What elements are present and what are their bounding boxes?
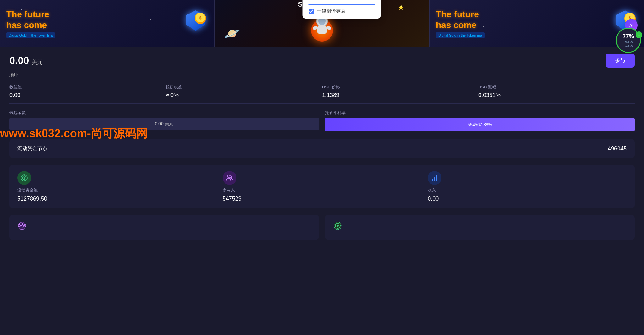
search-bar-decoration bbox=[309, 3, 375, 5]
mining-bar-fill: 554567.88% bbox=[325, 118, 635, 131]
pool-label: 流动资金池 bbox=[17, 187, 216, 193]
upload-speed: 0.3K/s bbox=[625, 40, 634, 43]
svg-rect-24 bbox=[434, 177, 435, 181]
stats-grid: 收益池 0.00 挖矿收益 ≈ 0% USD 价格 1.1389 USD 涨幅 … bbox=[9, 84, 635, 104]
income-icon bbox=[428, 171, 441, 185]
speed-percent: 77% bbox=[623, 33, 634, 40]
bottom-card-right bbox=[325, 215, 635, 240]
participants-label: 参与人 bbox=[223, 187, 422, 193]
income-label: 收入 bbox=[428, 187, 627, 193]
add-button[interactable]: + bbox=[636, 31, 642, 38]
banner-title-1: The future has come bbox=[6, 9, 55, 30]
liquidity-title: 流动资金节点 bbox=[17, 145, 47, 152]
stat-usd-change-value: 0.0351% bbox=[478, 92, 628, 99]
cards-grid: 流动资金池 5127869.50 参与人 547529 bbox=[17, 171, 627, 202]
wallet-mining-section: 钱包余额 0.00 美元 挖矿年利率 554567.88% bbox=[9, 110, 635, 131]
balance-number: 0.00 bbox=[9, 55, 29, 66]
stat-pool-label: 收益池 bbox=[9, 84, 159, 90]
balance-section: 0.00 美元 参与 bbox=[9, 54, 635, 68]
address-section: 地址: bbox=[9, 72, 635, 78]
wallet-bar: 0.00 美元 bbox=[9, 118, 319, 130]
speed-indicator: 77% ↑ 0.3K/s ↓ 1.8K/s bbox=[616, 28, 641, 53]
banner-slide-3[interactable]: The future has come Digital Gold in the … bbox=[430, 0, 644, 47]
stat-pool-value: 0.00 bbox=[9, 92, 159, 99]
svg-point-31 bbox=[337, 225, 339, 227]
wallet-label: 钱包余额 bbox=[9, 110, 319, 116]
translate-popup: 一律翻译英语 bbox=[303, 0, 381, 19]
main-content: www.sk032.com-尚可源码网 0.00 美元 参与 地址: 收益池 0… bbox=[0, 47, 644, 253]
svg-point-16 bbox=[24, 177, 25, 179]
svg-text:$: $ bbox=[199, 16, 202, 20]
svg-rect-23 bbox=[432, 179, 433, 181]
stat-mining-value: ≈ 0% bbox=[166, 92, 316, 99]
balance-amount: 0.00 美元 bbox=[9, 55, 43, 66]
svg-rect-7 bbox=[317, 26, 327, 34]
pool-icon bbox=[17, 171, 31, 185]
stat-mining-income: 挖矿收益 ≈ 0% bbox=[166, 84, 322, 99]
cards-section: 流动资金池 5127869.50 参与人 547529 bbox=[9, 165, 635, 208]
stat-usd-price: USD 价格 1.1389 bbox=[322, 84, 478, 99]
mining-bar-container: 554567.88% bbox=[325, 118, 635, 131]
planet-small: ⭐ bbox=[398, 5, 404, 10]
bottom-cards bbox=[9, 215, 635, 240]
mining-section: 挖矿年利率 554567.88% bbox=[325, 110, 635, 131]
stat-mining-label: 挖矿收益 bbox=[166, 84, 316, 90]
banner-icon-1: $ bbox=[183, 9, 208, 38]
banner-subtitle-3: Digital Gold in the Token Era bbox=[436, 32, 485, 38]
banner-subtitle-1: Digital Gold in the Token Era bbox=[6, 32, 55, 38]
participants-icon bbox=[223, 171, 236, 185]
bottom-icon-right bbox=[333, 221, 342, 230]
liquidity-header: 流动资金节点 496045 bbox=[17, 145, 627, 152]
address-label: 地址: bbox=[9, 72, 19, 77]
banner-title-3: The future has come bbox=[436, 9, 485, 30]
stat-usd-price-value: 1.1389 bbox=[322, 92, 472, 99]
stat-pool: 收益池 0.00 bbox=[9, 84, 166, 99]
card-income: 收入 0.00 bbox=[428, 171, 627, 202]
stat-usd-change-label: USD 涨幅 bbox=[478, 84, 628, 90]
svg-point-22 bbox=[230, 176, 232, 178]
liquidity-section: 流动资金节点 496045 bbox=[9, 139, 635, 158]
svg-rect-25 bbox=[436, 175, 437, 181]
download-speed: 1.8K/s bbox=[625, 44, 634, 47]
stat-usd-change: USD 涨幅 0.0351% bbox=[478, 84, 635, 99]
banner-slide-1[interactable]: The future has come Digital Gold in the … bbox=[0, 0, 215, 47]
pool-value: 5127869.50 bbox=[17, 196, 216, 202]
liquidity-count: 496045 bbox=[608, 145, 627, 152]
card-participants: 参与人 547529 bbox=[223, 171, 422, 202]
speed-details: ↑ 0.3K/s ↓ 1.8K/s bbox=[623, 40, 634, 48]
translate-label: 一律翻译英语 bbox=[317, 8, 345, 14]
bottom-card-left bbox=[9, 215, 319, 240]
stat-usd-price-label: USD 价格 bbox=[322, 84, 472, 90]
planet-red: 🪐 bbox=[224, 26, 240, 41]
income-value: 0.00 bbox=[428, 196, 627, 202]
wallet-section: 钱包余额 0.00 美元 bbox=[9, 110, 319, 131]
bottom-icon-left bbox=[17, 221, 27, 230]
participants-value: 547529 bbox=[223, 196, 422, 202]
mining-bar-text: 554567.88% bbox=[468, 122, 492, 127]
mining-label: 挖矿年利率 bbox=[325, 110, 635, 116]
card-pool: 流动资金池 5127869.50 bbox=[17, 171, 216, 202]
svg-point-21 bbox=[227, 175, 230, 178]
translate-checkbox[interactable] bbox=[309, 9, 314, 14]
participate-button[interactable]: 参与 bbox=[606, 54, 635, 68]
translate-checkbox-row: 一律翻译英语 bbox=[309, 8, 375, 14]
balance-currency: 美元 bbox=[31, 58, 43, 66]
